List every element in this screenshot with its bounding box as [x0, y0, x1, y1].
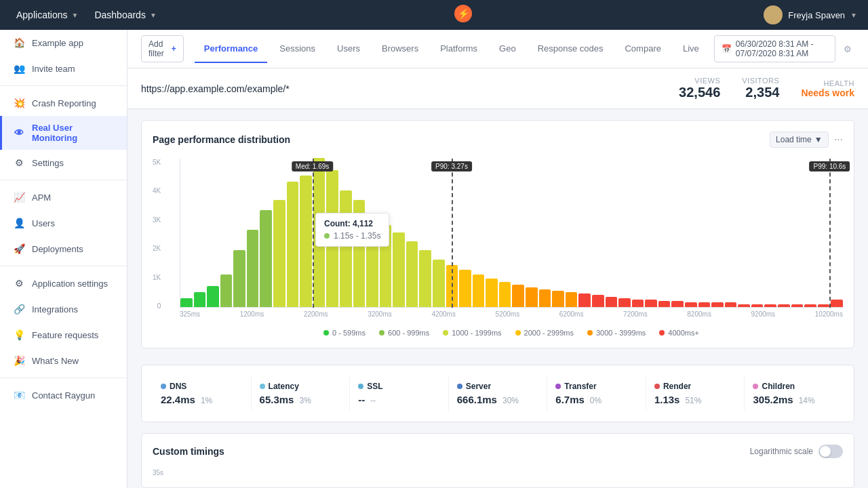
- sidebar-item-example-app[interactable]: 🏠 Example app: [0, 30, 127, 56]
- chart-bar[interactable]: [419, 250, 431, 307]
- chart-bar[interactable]: [194, 292, 206, 307]
- legend-label: 2000 - 2999ms: [524, 329, 574, 337]
- app-settings-icon: ⚙: [13, 277, 25, 289]
- chart-bar[interactable]: [738, 304, 750, 307]
- chart-bar[interactable]: [526, 287, 538, 307]
- chart-bar[interactable]: [778, 304, 790, 307]
- chart-bar[interactable]: [618, 298, 631, 307]
- bar-fill: [791, 304, 804, 307]
- chart-bar[interactable]: [366, 215, 378, 307]
- sidebar-item-rum[interactable]: 👁 Real User Monitoring: [0, 116, 127, 150]
- chart-bar[interactable]: [539, 289, 551, 307]
- chart-bar[interactable]: [393, 232, 405, 307]
- chart-bar[interactable]: [406, 241, 418, 307]
- bar-fill: [446, 265, 458, 307]
- tab-performance[interactable]: Performance: [195, 35, 267, 63]
- chart-bar[interactable]: [446, 265, 458, 307]
- chart-bar[interactable]: [207, 286, 219, 307]
- sidebar-item-invite-team[interactable]: 👥 Invite team: [0, 56, 127, 81]
- timing-percent: 14%: [799, 396, 815, 405]
- legend-4000plus: 4000ms+: [659, 329, 699, 337]
- sidebar-item-integrations[interactable]: 🔗 Integrations: [0, 296, 127, 322]
- contact-icon: 📧: [13, 389, 25, 401]
- sidebar-item-feature-requests[interactable]: 💡 Feature requests: [0, 322, 127, 348]
- tab-platforms-label: Platforms: [440, 43, 477, 54]
- chart-bar[interactable]: [247, 230, 259, 307]
- chart-bar[interactable]: [606, 297, 618, 307]
- sidebar-item-contact[interactable]: 📧 Contact Raygun: [0, 382, 127, 408]
- chart-bar[interactable]: [764, 304, 776, 307]
- sidebar-item-settings[interactable]: ⚙ Settings: [0, 150, 127, 176]
- tab-geo[interactable]: Geo: [490, 35, 526, 63]
- chart-bar[interactable]: [273, 200, 285, 307]
- chart-bar[interactable]: [592, 295, 604, 307]
- dash-chevron-icon: ▼: [150, 12, 157, 19]
- chart-bar[interactable]: [499, 282, 511, 307]
- chart-bar[interactable]: [353, 200, 366, 307]
- chart-bar[interactable]: [326, 170, 338, 307]
- subnav: Add filter + Performance Sessions Users …: [127, 30, 868, 68]
- tab-browsers[interactable]: Browsers: [372, 35, 428, 63]
- sidebar-item-apm[interactable]: 📈 APM: [0, 184, 127, 210]
- bar-fill: [273, 200, 285, 307]
- sidebar-item-deployments[interactable]: 🚀 Deployments: [0, 236, 127, 262]
- log-scale-toggle[interactable]: [818, 445, 843, 458]
- chart-bar[interactable]: [287, 182, 299, 307]
- sidebar-item-app-settings[interactable]: ⚙ Application settings: [0, 270, 127, 296]
- chart-bar[interactable]: [685, 302, 697, 307]
- chart-bar[interactable]: [552, 291, 564, 307]
- chart-bar[interactable]: [645, 300, 657, 307]
- user-menu[interactable]: Freyja Spaven ▼: [764, 5, 857, 24]
- add-filter-button[interactable]: Add filter +: [141, 35, 184, 62]
- chart-bar[interactable]: [804, 304, 816, 307]
- timing-cell: Transfer 6.7ms 0%: [547, 376, 646, 411]
- chart-bar[interactable]: [512, 285, 524, 307]
- chart-bar[interactable]: [711, 302, 724, 307]
- y-label-1k: 1K: [153, 274, 161, 281]
- chart-more-button[interactable]: ···: [834, 134, 843, 146]
- sidebar-item-label: What's New: [32, 356, 79, 366]
- date-range-picker[interactable]: 📅 06/30/2020 8:31 AM - 07/07/2020 8:31 A…: [714, 35, 835, 62]
- sidebar-item-users[interactable]: 👤 Users: [0, 210, 127, 236]
- user-chevron-icon: ▼: [850, 12, 857, 19]
- chart-bar[interactable]: [658, 301, 671, 307]
- chart-bar[interactable]: [831, 300, 843, 307]
- chart-bar[interactable]: [433, 260, 445, 307]
- chart-bar[interactable]: [725, 302, 737, 307]
- tab-compare[interactable]: Compare: [615, 35, 670, 63]
- chart-bar[interactable]: [791, 304, 804, 307]
- chart-bar[interactable]: [473, 274, 485, 307]
- tab-users[interactable]: Users: [328, 35, 370, 63]
- chart-bar[interactable]: [300, 176, 312, 307]
- sidebar-item-crash-reporting[interactable]: 💥 Crash Reporting: [0, 90, 127, 116]
- bar-fill: [831, 300, 843, 307]
- chart-bar[interactable]: [578, 293, 591, 307]
- chart-bar[interactable]: [340, 190, 352, 307]
- chart-bar[interactable]: [220, 274, 233, 307]
- tab-response-codes[interactable]: Response codes: [528, 35, 613, 63]
- filter-settings-button[interactable]: ⚙: [841, 41, 854, 57]
- chart-bar[interactable]: [459, 270, 471, 307]
- tab-sessions[interactable]: Sessions: [270, 35, 325, 63]
- chart-bar[interactable]: [233, 250, 245, 307]
- load-time-selector[interactable]: Load time ▼: [770, 131, 829, 148]
- timings-row: DNS 22.4ms 1% Latency 65.3ms 3% SSL -- -…: [153, 376, 843, 411]
- chart-bar[interactable]: [486, 279, 498, 307]
- chart-bar[interactable]: [671, 301, 684, 307]
- chart-bar[interactable]: [566, 292, 578, 307]
- chart-bar[interactable]: [180, 298, 193, 307]
- bar-fill: [433, 260, 445, 307]
- legend-label: 4000ms+: [668, 329, 699, 337]
- chart-bar[interactable]: [313, 158, 326, 307]
- chart-bar[interactable]: [632, 300, 644, 307]
- tab-platforms[interactable]: Platforms: [431, 35, 487, 63]
- chart-bar[interactable]: [380, 225, 392, 307]
- dashboards-menu[interactable]: Dashboards ▼: [89, 7, 161, 23]
- sidebar-item-whats-new[interactable]: 🎉 What's New: [0, 348, 127, 373]
- chart-bar[interactable]: [818, 304, 830, 307]
- chart-bar[interactable]: [260, 210, 272, 307]
- tab-live[interactable]: Live: [673, 35, 709, 63]
- applications-menu[interactable]: Applications ▼: [11, 7, 83, 23]
- chart-bar[interactable]: [751, 304, 764, 307]
- chart-bar[interactable]: [698, 302, 711, 307]
